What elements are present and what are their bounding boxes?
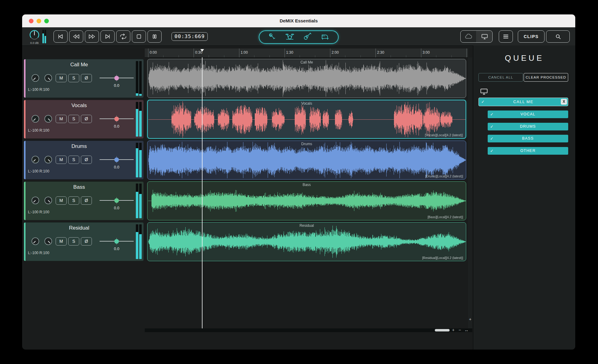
cancel-all-button[interactable]: CANCEL ALL	[478, 73, 523, 82]
master-level-meter	[42, 30, 46, 43]
phase-button[interactable]: Ø	[81, 237, 92, 246]
pan-knob-right[interactable]	[44, 196, 53, 205]
ruler-minor-tick	[224, 55, 224, 57]
pause-button[interactable]	[148, 30, 162, 43]
mute-button[interactable]: M	[56, 115, 67, 123]
skip-to-end-button[interactable]	[100, 30, 115, 43]
clip-bass[interactable]: Bass [Bass][Local][4.2 (latest)]	[147, 181, 466, 220]
pan-knob-left[interactable]	[31, 237, 40, 246]
local-processing-button[interactable]	[476, 31, 492, 42]
queue-stem-other[interactable]: OTHER	[488, 147, 568, 155]
gain-value: 0.0	[100, 124, 134, 129]
ruler-minor-tick	[300, 55, 300, 57]
drums-icon[interactable]	[285, 33, 294, 42]
volume-slider-thumb[interactable]	[114, 198, 119, 203]
pan-knob-left[interactable]	[31, 196, 40, 205]
zoom-fit-button[interactable]: ↔	[464, 327, 469, 332]
track-header-vocals[interactable]: Vocals M S Ø 0.0 L:-100 R:100	[24, 100, 144, 139]
transport-controls	[53, 30, 162, 43]
vertical-zoom-in-button[interactable]: +	[468, 317, 472, 322]
zoom-in-button[interactable]: +	[452, 327, 454, 332]
track-header-residual[interactable]: Residual M S Ø 0.0 L:-100 R:100	[24, 222, 144, 261]
fast-forward-button[interactable]	[85, 30, 99, 43]
volume-slider-thumb[interactable]	[114, 157, 119, 162]
queue-stem-vocal[interactable]: VOCAL	[488, 110, 568, 118]
volume-slider-thumb[interactable]	[114, 76, 119, 80]
ruler-tick: 0:30	[194, 48, 194, 57]
pan-knob-left[interactable]	[31, 73, 40, 83]
piano-icon[interactable]	[321, 33, 330, 42]
titlebar[interactable]: DeMIX Essentials	[22, 14, 575, 28]
screen: DeMIX Essentials 0.0 dB	[0, 0, 598, 364]
stop-button[interactable]	[132, 30, 146, 43]
phase-button[interactable]: Ø	[81, 156, 92, 164]
cloud-processing-button[interactable]	[461, 31, 476, 42]
queue-job-call-me[interactable]: CALL ME X	[478, 98, 568, 106]
vocals-mic-icon[interactable]	[268, 33, 277, 42]
pan-range-label: L:-100 R:100	[28, 210, 49, 214]
phase-button[interactable]: Ø	[81, 196, 92, 205]
solo-button[interactable]: S	[68, 74, 79, 82]
queue-stem-bass[interactable]: BASS	[488, 135, 568, 142]
solo-button[interactable]: S	[68, 156, 79, 164]
volume-slider[interactable]	[100, 197, 134, 204]
pan-knob-right[interactable]	[44, 73, 53, 83]
track-header-bass[interactable]: Bass M S Ø 0.0 L:-100 R:100	[24, 181, 144, 220]
solo-button[interactable]: S	[68, 115, 79, 123]
clip-title: Call Me	[148, 60, 466, 64]
clip-vocals[interactable]: Vocals [Vocals][Local][4.2 (latest)]	[147, 100, 466, 139]
timeline-ruler[interactable]: 0:000:301:001:302:002:303:003:30	[145, 48, 468, 58]
time-display[interactable]: 00:35:669	[171, 32, 208, 41]
skip-to-start-button[interactable]	[53, 30, 68, 43]
zoom-out-button[interactable]: −	[458, 327, 461, 332]
pan-knob-left[interactable]	[31, 114, 40, 123]
track-name: Call Me	[24, 62, 134, 68]
pan-range-label: L:-100 R:100	[28, 128, 49, 133]
volume-slider-thumb[interactable]	[114, 117, 119, 121]
solo-button[interactable]: S	[68, 237, 79, 246]
track-name: Bass	[24, 184, 134, 190]
volume-slider-thumb[interactable]	[114, 239, 119, 244]
clip-title: Drums	[148, 142, 466, 146]
volume-slider[interactable]	[100, 156, 134, 163]
mute-button[interactable]: M	[56, 156, 67, 164]
local-machine-icon	[480, 88, 488, 96]
main-menu-button[interactable]	[499, 30, 513, 43]
pan-knob-left[interactable]	[31, 155, 40, 164]
queue-stem-label: BASS	[488, 135, 568, 142]
mute-button[interactable]: M	[56, 237, 67, 246]
scrollbar-thumb[interactable]	[435, 329, 450, 331]
pan-range-label: L:-100 R:100	[28, 87, 49, 92]
window-title: DeMIX Essentials	[22, 14, 575, 27]
clip-drums[interactable]: Drums [Drums][Local][4.2 (latest)]	[147, 141, 466, 180]
level-meters	[136, 61, 142, 96]
phase-button[interactable]: Ø	[81, 74, 92, 82]
horizontal-scrollbar[interactable]: + − ↔	[145, 328, 472, 332]
solo-button[interactable]: S	[68, 196, 79, 205]
queue-stem-drums[interactable]: DRUMS	[488, 123, 568, 130]
track-header-call-me[interactable]: Call Me M S Ø 0.0 L:-100 R:100	[24, 59, 144, 98]
clear-processed-button[interactable]: CLEAR PROCESSED	[524, 73, 568, 82]
volume-slider[interactable]	[100, 238, 134, 245]
volume-slider[interactable]	[100, 115, 134, 122]
track-header-drums[interactable]: Drums M S Ø 0.0 L:-100 R:100	[24, 141, 144, 180]
clip-residual[interactable]: Residual [Residual][Local][4.2 (latest)]	[147, 222, 466, 261]
playhead-marker[interactable]	[200, 49, 204, 52]
master-volume-knob[interactable]	[29, 29, 40, 41]
mute-button[interactable]: M	[56, 74, 67, 82]
clips-button[interactable]: CLIPS	[518, 30, 545, 43]
mute-button[interactable]: M	[56, 196, 67, 205]
volume-slider[interactable]	[100, 75, 134, 81]
search-button[interactable]	[546, 30, 570, 43]
loop-button[interactable]	[116, 30, 130, 43]
pan-knob-right[interactable]	[44, 155, 53, 164]
guitar-icon[interactable]	[303, 33, 312, 42]
clip-title: Vocals	[148, 101, 466, 106]
pan-knob-right[interactable]	[44, 114, 53, 123]
phase-button[interactable]: Ø	[81, 115, 92, 123]
clip-call-me[interactable]: Call Me	[147, 59, 466, 98]
queue-stem-label: OTHER	[488, 147, 568, 155]
remove-job-button[interactable]: X	[561, 99, 567, 105]
rewind-button[interactable]	[69, 30, 83, 43]
pan-knob-right[interactable]	[44, 237, 53, 246]
